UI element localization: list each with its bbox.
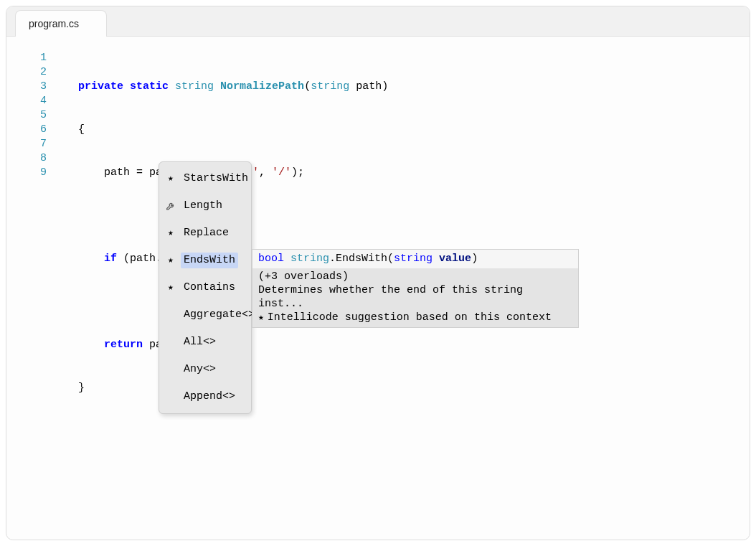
blank-icon: [165, 364, 176, 375]
intellisense-tooltip: bool string.EndsWith(string value) (+3 o…: [252, 249, 579, 328]
wrench-icon: [165, 200, 176, 212]
intellisense-item[interactable]: ★EndsWith: [159, 247, 251, 274]
star-icon: ★: [258, 311, 264, 324]
line-number: 6: [6, 123, 47, 137]
line-number: 8: [6, 151, 47, 166]
blank-icon: [165, 336, 176, 348]
code-line: [78, 424, 388, 438]
line-number: 7: [6, 137, 47, 151]
intellisense-item-label: Contains: [181, 280, 238, 296]
line-number: 4: [6, 94, 47, 108]
tooltip-description: Determines whether the end of this strin…: [258, 283, 572, 311]
intellisense-item-label: Any<>: [181, 362, 219, 377]
intellisense-item-label: Aggregate<>: [181, 307, 257, 323]
intellisense-item-label: Append<>: [181, 389, 238, 405]
star-icon: ★: [165, 173, 176, 184]
code-line: private static string NormalizePath(stri…: [78, 80, 388, 94]
star-icon: ★: [165, 282, 176, 293]
line-number: 2: [6, 65, 47, 80]
line-number: 5: [6, 108, 47, 123]
intellisense-item-label: Length: [181, 198, 225, 214]
intellisense-item[interactable]: Any<>: [159, 356, 251, 383]
line-gutter: 1 2 3 4 5 6 7 8 9: [6, 51, 51, 467]
line-number: 1: [6, 51, 47, 65]
star-icon: ★: [165, 255, 176, 266]
blank-icon: [165, 309, 176, 321]
file-tab[interactable]: program.cs: [15, 10, 107, 37]
intellisense-item[interactable]: Aggregate<>: [159, 301, 251, 329]
intellisense-item[interactable]: Length: [159, 192, 251, 220]
intellisense-item[interactable]: ★StartsWith: [159, 165, 251, 192]
intellisense-item-label: EndsWith: [181, 253, 238, 268]
intellisense-item-label: All<>: [181, 334, 219, 350]
tooltip-body: (+3 overloads) Determines whether the en…: [252, 268, 578, 327]
editor-window: program.cs 1 2 3 4 5 6 7 8 9 private sta…: [6, 6, 750, 540]
intellisense-item-label: Replace: [181, 225, 232, 241]
intellisense-item-label: StartsWith: [181, 171, 251, 187]
code-area[interactable]: 1 2 3 4 5 6 7 8 9 private static string …: [6, 37, 750, 467]
line-number: 9: [6, 166, 47, 180]
intellisense-popup[interactable]: ★StartsWithLength★Replace★EndsWith★Conta…: [159, 161, 252, 414]
code-line: {: [78, 123, 388, 137]
intellisense-item[interactable]: ★Contains: [159, 274, 251, 301]
intellisense-item[interactable]: ★Replace: [159, 220, 251, 247]
tooltip-hint-text: Intellicode suggestion based on this con…: [268, 311, 552, 324]
star-icon: ★: [165, 227, 176, 239]
intellisense-item[interactable]: Append<>: [159, 383, 251, 410]
tooltip-signature: bool string.EndsWith(string value): [252, 250, 578, 268]
tab-bar: program.cs: [6, 6, 750, 37]
blank-icon: [165, 391, 176, 403]
tooltip-overloads: (+3 overloads): [258, 270, 572, 283]
file-tab-label: program.cs: [29, 18, 79, 29]
tooltip-hint: ★ Intellicode suggestion based on this c…: [258, 311, 572, 324]
intellisense-item[interactable]: All<>: [159, 329, 251, 356]
line-number: 3: [6, 80, 47, 94]
